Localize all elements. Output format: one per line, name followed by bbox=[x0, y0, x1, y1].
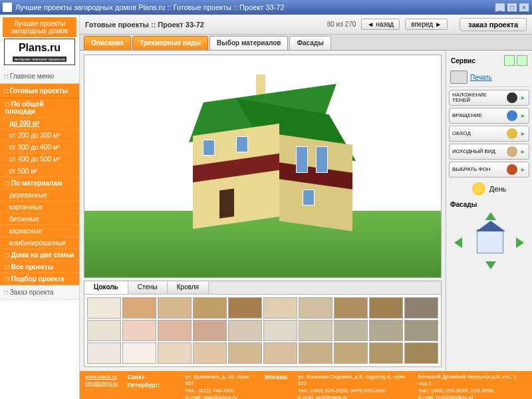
sidebar-pane: По общей площади до 200 м² от 200 до 300… bbox=[0, 98, 79, 285]
swatch-grid bbox=[84, 295, 441, 366]
material-swatch[interactable] bbox=[263, 320, 297, 341]
material-swatch[interactable] bbox=[122, 320, 156, 341]
material-swatch[interactable] bbox=[158, 297, 192, 319]
material-swatch[interactable] bbox=[334, 297, 368, 319]
service-button[interactable]: ОБХОД► bbox=[449, 126, 529, 142]
addr1: ул. Бумажная, д. 18, офис 607 Тел.: (812… bbox=[185, 374, 255, 396]
material-swatch[interactable] bbox=[158, 342, 192, 364]
facade-house-icon[interactable] bbox=[477, 229, 503, 253]
material-swatch[interactable] bbox=[263, 342, 297, 364]
service-button-icon bbox=[507, 128, 517, 139]
material-swatch[interactable] bbox=[193, 342, 227, 364]
service-button[interactable]: ИСХОДНЫЙ ВИД► bbox=[449, 144, 529, 160]
material-swatch[interactable] bbox=[299, 342, 332, 364]
breadcrumb: Готовые проекты :: Проект 33-72 bbox=[85, 21, 322, 29]
material-swatch[interactable] bbox=[228, 342, 262, 364]
area-item[interactable]: от 200 до 300 м² bbox=[0, 130, 79, 142]
chevron-icon: ► bbox=[520, 166, 526, 173]
addr2: ул. Большая Садовая, д 8, подъезд 4, офи… bbox=[298, 374, 409, 396]
footer-links: www.plans.ru info@plans.ru bbox=[85, 374, 118, 396]
material-swatch[interactable] bbox=[228, 320, 262, 341]
extra-item[interactable]: Дома на две семьи bbox=[0, 249, 79, 261]
main-menu-link[interactable]: Главное меню bbox=[0, 69, 79, 84]
material-swatch[interactable] bbox=[87, 297, 121, 319]
service-button-icon bbox=[507, 92, 517, 103]
material-swatch[interactable] bbox=[299, 320, 332, 341]
sidebar-order[interactable]: Заказ проекта bbox=[0, 285, 79, 300]
facades-heading: Фасады bbox=[449, 198, 529, 211]
maximize-button[interactable]: □ bbox=[507, 3, 517, 12]
material-swatch[interactable] bbox=[193, 297, 227, 319]
facade-up-button[interactable] bbox=[485, 212, 496, 220]
email-link[interactable]: info@plans.ru bbox=[85, 380, 118, 386]
title-bar: Лучшие проекты загородных домов Plans.ru… bbox=[0, 0, 532, 15]
facade-right-button[interactable] bbox=[516, 237, 524, 248]
area-head[interactable]: По общей площади bbox=[0, 98, 79, 118]
mattab-base[interactable]: Цоколь bbox=[84, 281, 128, 294]
mattab-roof[interactable]: Кровля bbox=[168, 281, 209, 294]
material-swatch[interactable] bbox=[334, 342, 368, 364]
facade-left-button[interactable] bbox=[454, 237, 462, 248]
material-head[interactable]: По материалам bbox=[0, 178, 79, 190]
material-swatch[interactable] bbox=[122, 342, 156, 364]
material-swatch[interactable] bbox=[334, 320, 368, 341]
forward-button[interactable]: вперед► bbox=[405, 19, 448, 30]
sidebar-cat-ready[interactable]: Готовые проекты bbox=[0, 84, 79, 98]
material-swatch[interactable] bbox=[404, 297, 438, 319]
material-swatch[interactable] bbox=[404, 342, 438, 364]
house-3d-view[interactable] bbox=[84, 55, 442, 278]
material-item[interactable]: деревянные bbox=[0, 190, 79, 201]
material-swatch[interactable] bbox=[369, 342, 403, 364]
back-button[interactable]: ◄назад bbox=[361, 19, 400, 30]
material-item[interactable]: кирпичные bbox=[0, 201, 79, 213]
app-icon bbox=[3, 3, 12, 12]
material-swatch[interactable] bbox=[158, 320, 192, 341]
service-button[interactable]: НАЛОЖЕНИЕ ТЕНЕЙ► bbox=[449, 90, 529, 106]
material-swatch[interactable] bbox=[369, 320, 403, 341]
service-button-icon bbox=[507, 110, 517, 121]
service-icon-2[interactable] bbox=[517, 55, 527, 66]
mattab-walls[interactable]: Стены bbox=[128, 281, 168, 294]
tab-3d-views[interactable]: Трехмерные виды bbox=[132, 36, 208, 50]
print-link[interactable]: Печать bbox=[470, 74, 492, 81]
area-item[interactable]: от 500 м² bbox=[0, 166, 79, 178]
page-counter: 80 из 270 bbox=[327, 21, 356, 28]
material-swatch[interactable] bbox=[404, 320, 438, 341]
material-item[interactable]: каркасные bbox=[0, 225, 79, 237]
chevron-icon: ► bbox=[520, 130, 526, 137]
service-button-label: НАЛОЖЕНИЕ ТЕНЕЙ bbox=[452, 92, 504, 103]
material-item[interactable]: комбинированные bbox=[0, 237, 79, 249]
material-item[interactable]: бетонные bbox=[0, 213, 79, 225]
sidebar: Лучшие проекты загородных домов Plans.ru… bbox=[0, 15, 80, 399]
chevron-icon: ► bbox=[520, 94, 526, 101]
minimize-button[interactable]: _ bbox=[495, 3, 505, 12]
material-swatch[interactable] bbox=[87, 320, 121, 341]
logo-sub: интернет-магазин проектов bbox=[13, 57, 66, 62]
service-button-icon bbox=[507, 146, 517, 157]
tab-description[interactable]: Описание bbox=[84, 36, 131, 50]
facade-down-button[interactable] bbox=[485, 261, 496, 269]
area-item[interactable]: до 200 м² bbox=[0, 118, 79, 130]
area-item[interactable]: от 400 до 500 м² bbox=[0, 154, 79, 166]
order-project-button[interactable]: заказ проекта bbox=[460, 18, 527, 31]
material-swatch[interactable] bbox=[87, 342, 121, 364]
area-item[interactable]: от 300 до 400 м² bbox=[0, 142, 79, 154]
extra-item[interactable]: Все проекты bbox=[0, 261, 79, 273]
close-button[interactable]: × bbox=[519, 3, 529, 12]
tab-materials[interactable]: Выбор материалов bbox=[209, 36, 289, 50]
service-button[interactable]: ВРАЩЕНИЕ► bbox=[449, 108, 529, 124]
material-swatch[interactable] bbox=[228, 297, 262, 319]
service-button[interactable]: ВЫБРАТЬ ФОН► bbox=[449, 162, 529, 178]
footer: www.plans.ru info@plans.ru Санкт-Петербу… bbox=[80, 371, 532, 399]
site-link[interactable]: www.plans.ru bbox=[85, 374, 117, 380]
material-swatch[interactable] bbox=[193, 320, 227, 341]
service-button-label: ИСХОДНЫЙ ВИД bbox=[452, 149, 504, 154]
material-swatch[interactable] bbox=[369, 297, 403, 319]
material-swatch[interactable] bbox=[263, 297, 297, 319]
tab-facades[interactable]: Фасады bbox=[289, 36, 331, 50]
material-panel: Цоколь Стены Кровля bbox=[84, 281, 442, 367]
material-swatch[interactable] bbox=[122, 297, 156, 319]
service-icon-1[interactable] bbox=[504, 55, 515, 66]
extra-item[interactable]: Подбор проекта bbox=[0, 273, 79, 285]
material-swatch[interactable] bbox=[299, 297, 332, 319]
